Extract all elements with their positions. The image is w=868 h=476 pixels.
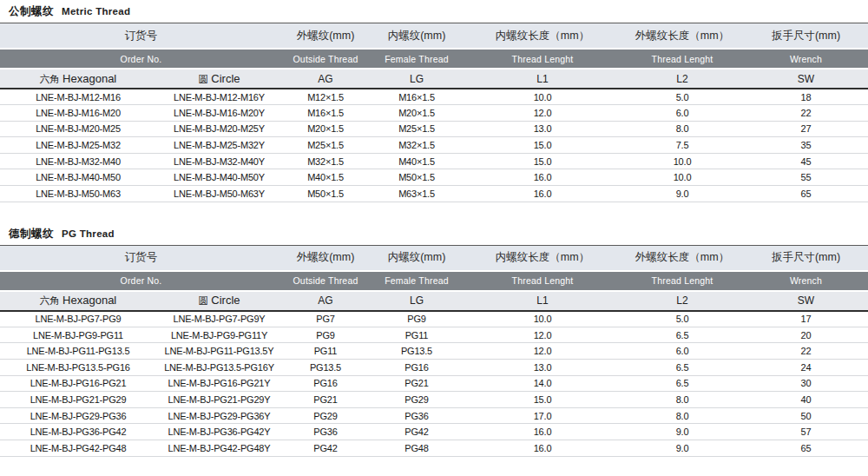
header-row-sub: 六角 Hexagonal 圆 Circle AG LG L1 L2 SW (0, 291, 868, 311)
header-row-en: Order No. Outside Thread Female Thread T… (0, 49, 868, 69)
col-wrench-zh: 扳手尺寸(mm) (744, 23, 868, 49)
table-cell: M25×1.5 (282, 137, 369, 154)
table-cell: LNE-M-BJ-PG9-PG11 (0, 327, 156, 343)
table-cell: LNE-M-BJ-PG13.5-PG16 (0, 359, 156, 375)
table-cell: 50 (744, 407, 868, 424)
table-cell: LNE-M-BJ-PG9-PG11Y (156, 327, 282, 343)
table-cell: 8.0 (621, 121, 744, 137)
col-female-thread-zh: 内螺纹(mm) (369, 246, 464, 271)
col-code-l1: L1 (464, 291, 621, 311)
table-row: LNE-M-BJ-M12-M16LNE-M-BJ-M12-M16YM12×1.5… (0, 89, 868, 105)
pg-thread-section: 德制螺纹 PG Thread 订货号 外螺纹(mm) 内螺纹(mm) 内螺纹长度… (0, 222, 868, 457)
col-order-no-zh: 订货号 (0, 246, 282, 271)
table-row: LNE-M-BJ-PG21-PG29LNE-M-BJ-PG21-PG29YPG2… (0, 392, 868, 408)
table-cell: M16×1.5 (282, 105, 369, 122)
table-cell: PG11 (369, 327, 464, 343)
table-cell: 13.0 (464, 121, 621, 137)
col-hexagonal: 六角 Hexagonal (0, 69, 156, 89)
table-cell: 14.0 (464, 375, 621, 392)
col-hexagonal: 六角 Hexagonal (0, 291, 156, 311)
table-cell: M32×1.5 (282, 153, 369, 169)
pg-thread-tbody: LNE-M-BJ-PG7-PG9LNE-M-BJ-PG7-PG9YPG7PG91… (0, 311, 868, 456)
table-cell: PG42 (369, 424, 464, 440)
col-thread-length-l2-en: Thread Lenght (621, 49, 744, 69)
table-cell: 6.5 (621, 359, 744, 375)
table-cell: 24 (744, 359, 868, 375)
table-cell: LNE-M-BJ-M20-M25 (0, 121, 156, 137)
col-code-ag: AG (282, 69, 369, 89)
col-female-thread-zh: 内螺纹(mm) (369, 23, 464, 49)
table-cell: LNE-M-BJ-PG36-PG42 (0, 424, 156, 440)
table-cell: LNE-M-BJ-M32-M40 (0, 153, 156, 169)
table-cell: 7.5 (621, 137, 744, 154)
header-row-en: Order No. Outside Thread Female Thread T… (0, 271, 868, 291)
table-cell: 15.0 (464, 392, 621, 408)
hexagonal-en: Hexagonal (62, 294, 116, 307)
col-code-l2: L2 (621, 291, 744, 311)
table-cell: LNE-M-BJ-PG21-PG29 (0, 392, 156, 408)
table-cell: LNE-M-BJ-M50-M63Y (156, 186, 282, 202)
table-cell: 10.0 (621, 153, 744, 169)
table-cell: LNE-M-BJ-M50-M63 (0, 186, 156, 202)
table-cell: LNE-M-BJ-PG29-PG36 (0, 407, 156, 424)
circle-zh: 圆 (198, 295, 208, 306)
col-wrench-en: Wrench (744, 271, 868, 291)
col-code-ag: AG (282, 291, 369, 311)
table-cell: LNE-M-BJ-M40-M50Y (156, 169, 282, 186)
table-cell: 22 (744, 343, 868, 360)
table-cell: 6.0 (621, 343, 744, 360)
table-cell: M50×1.5 (282, 186, 369, 202)
pg-thread-table: 订货号 外螺纹(mm) 内螺纹(mm) 内螺纹长度（mm） 外螺纹长度（mm） … (0, 246, 868, 457)
section-title: 德制螺纹 PG Thread (0, 222, 868, 245)
table-cell: 13.0 (464, 359, 621, 375)
table-cell: 65 (744, 440, 868, 456)
table-cell: 17.0 (464, 407, 621, 424)
table-cell: LNE-M-BJ-PG42-PG48 (0, 440, 156, 456)
table-cell: 57 (744, 424, 868, 440)
table-cell: 40 (744, 392, 868, 408)
table-row: LNE-M-BJ-M16-M20LNE-M-BJ-M16-M20YM16×1.5… (0, 105, 868, 122)
table-cell: 15.0 (464, 137, 621, 154)
table-cell: LNE-M-BJ-PG13.5-PG16Y (156, 359, 282, 375)
col-order-no-zh: 订货号 (0, 23, 282, 49)
table-cell: M12×1.5 (282, 89, 369, 105)
table-cell: PG16 (282, 375, 369, 392)
section-title-zh: 德制螺纹 (9, 227, 54, 241)
table-cell: 16.0 (464, 186, 621, 202)
table-cell: LNE-M-BJ-PG36-PG42Y (156, 424, 282, 440)
table-cell: 9.0 (621, 440, 744, 456)
table-row: LNE-M-BJ-PG13.5-PG16LNE-M-BJ-PG13.5-PG16… (0, 359, 868, 375)
table-cell: LNE-M-BJ-M12-M16 (0, 89, 156, 105)
col-outside-thread-zh: 外螺纹(mm) (282, 23, 369, 49)
table-row: LNE-M-BJ-PG29-PG36LNE-M-BJ-PG29-PG36YPG2… (0, 407, 868, 424)
col-thread-length-l1-zh: 内螺纹长度（mm） (464, 23, 621, 49)
col-code-lg: LG (369, 291, 464, 311)
header-row-zh: 订货号 外螺纹(mm) 内螺纹(mm) 内螺纹长度（mm） 外螺纹长度（mm） … (0, 246, 868, 271)
table-cell: 12.0 (464, 343, 621, 360)
table-cell: LNE-M-BJ-M20-M25Y (156, 121, 282, 137)
table-cell: LNE-M-BJ-M16-M20 (0, 105, 156, 122)
table-cell: LNE-M-BJ-M25-M32Y (156, 137, 282, 154)
col-code-lg: LG (369, 69, 464, 89)
table-cell: LNE-M-BJ-PG21-PG29Y (156, 392, 282, 408)
table-cell: 12.0 (464, 105, 621, 122)
col-circle: 圆 Circle (156, 291, 282, 311)
col-female-thread-en: Female Thread (369, 49, 464, 69)
table-cell: LNE-M-BJ-PG16-PG21 (0, 375, 156, 392)
table-cell: 18 (744, 89, 868, 105)
table-cell: LNE-M-BJ-M12-M16Y (156, 89, 282, 105)
table-cell: LNE-M-BJ-PG42-PG48Y (156, 440, 282, 456)
table-cell: 10.0 (621, 169, 744, 186)
table-cell: PG36 (369, 407, 464, 424)
col-female-thread-en: Female Thread (369, 271, 464, 291)
table-cell: 20 (744, 327, 868, 343)
table-cell: 12.0 (464, 327, 621, 343)
table-cell: PG42 (282, 440, 369, 456)
col-wrench-zh: 扳手尺寸(mm) (744, 246, 868, 271)
table-cell: 6.5 (621, 327, 744, 343)
section-title-en: PG Thread (62, 228, 115, 239)
table-row: LNE-M-BJ-PG16-PG21LNE-M-BJ-PG16-PG21YPG1… (0, 375, 868, 392)
col-code-sw: SW (744, 291, 868, 311)
table-row: LNE-M-BJ-M50-M63LNE-M-BJ-M50-M63YM50×1.5… (0, 186, 868, 202)
col-thread-length-l1-en: Thread Lenght (464, 49, 621, 69)
